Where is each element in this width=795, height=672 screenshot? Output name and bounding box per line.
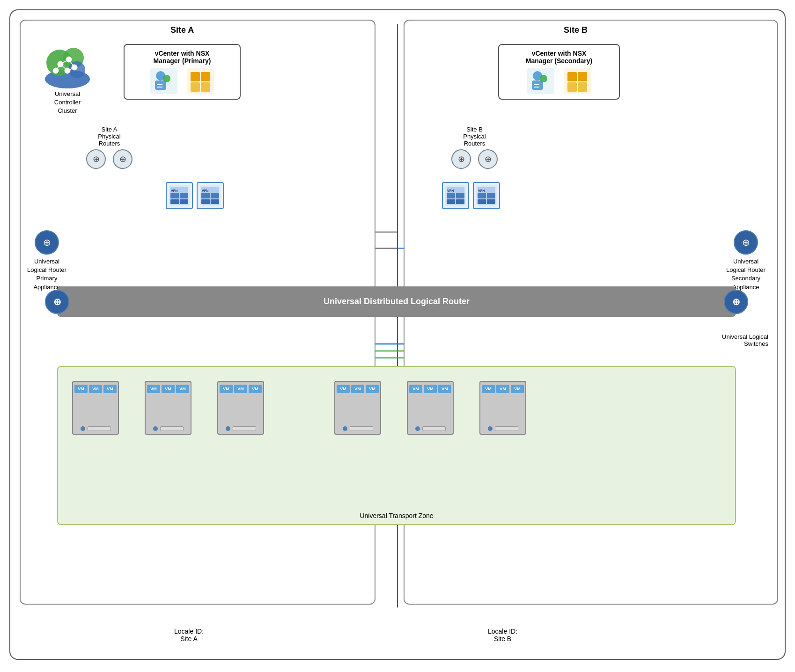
- vm-badge: VM: [511, 385, 524, 393]
- svg-rect-122: [578, 82, 587, 92]
- svg-point-90: [163, 75, 170, 82]
- svg-rect-111: [211, 199, 219, 204]
- svg-rect-101: [170, 193, 179, 198]
- vcenter-primary-title: vCenter with NSXManager (Primary): [129, 50, 235, 65]
- svg-rect-109: [211, 193, 219, 198]
- router-icon-a2: ⊕: [113, 149, 132, 169]
- svg-rect-104: [180, 199, 188, 204]
- host-4a: VM VM VM: [334, 381, 381, 435]
- host-6a: VM VM VM: [479, 381, 526, 435]
- udlr-label: Universal Distributed Logical Router: [324, 297, 470, 307]
- site-a-router-icons: ⊕ ⊕: [86, 149, 132, 169]
- vcenter-secondary-title: vCenter with NSXManager (Secondary): [504, 50, 614, 65]
- svg-rect-96: [191, 82, 200, 92]
- locale-id-b: Locale ID:Site B: [488, 628, 517, 643]
- vm-badge: VM: [249, 385, 262, 393]
- svg-rect-129: [456, 199, 464, 204]
- svg-rect-102: [180, 193, 188, 198]
- nsx-edge-b-appliances: VPN VPN: [442, 182, 500, 209]
- svg-rect-108: [201, 193, 210, 198]
- nsx-manager-icon-b: [564, 68, 591, 94]
- host-groups-row: VM VM VM VM VM VM: [72, 381, 526, 435]
- utz-label: Universal Transport Zone: [58, 512, 735, 519]
- vm-badge: VM: [424, 385, 437, 393]
- vm-badge: VM: [366, 385, 379, 393]
- edge-appliance-b2: VPN: [473, 182, 500, 209]
- site-a-routers-label: Site APhysicalRouters: [86, 126, 132, 147]
- edge-appliance-b1: VPN: [442, 182, 469, 209]
- main-diagram: OSPF, BGP Peering OSPF, BGP Peering E1 E…: [9, 9, 786, 660]
- vm-badge: VM: [147, 385, 160, 393]
- uls-label: Universal LogicalSwitches: [722, 333, 768, 347]
- vm-badge: VM: [438, 385, 451, 393]
- svg-rect-133: [478, 193, 486, 198]
- site-gap: [290, 381, 309, 435]
- locale-b-text: Locale ID:Site B: [488, 628, 517, 643]
- host-group-6: VM VM VM: [479, 381, 526, 435]
- site-a-label: Site A: [170, 25, 194, 35]
- router-icon-b1: ⊕: [451, 149, 471, 169]
- host-5a: VM VM VM: [407, 381, 454, 435]
- svg-rect-136: [487, 199, 495, 204]
- locale-id-a: Locale ID:Site A: [174, 628, 204, 643]
- svg-rect-127: [456, 193, 464, 198]
- locale-a-text: Locale ID:Site A: [174, 628, 204, 643]
- vcenter-primary-box: vCenter with NSXManager (Primary): [124, 44, 241, 100]
- svg-point-115: [540, 75, 547, 82]
- edge-icon-a1: VPN: [169, 185, 190, 206]
- svg-rect-128: [447, 199, 455, 204]
- router-icon-a1: ⊕: [86, 149, 106, 169]
- router-icon-b2: ⊕: [478, 149, 498, 169]
- vcenter-icon-a: [150, 68, 177, 94]
- svg-text:VPN: VPN: [478, 189, 485, 192]
- svg-rect-126: [447, 193, 455, 198]
- host-group-1: VM VM VM: [72, 381, 119, 435]
- nsx-edge-a-appliances: VPN VPN: [166, 182, 224, 209]
- vcenter-secondary-box: vCenter with NSXManager (Secondary): [498, 44, 620, 100]
- uls-label-text: Universal LogicalSwitches: [722, 333, 768, 347]
- ulr-secondary-icon: ⊕: [734, 230, 758, 255]
- host-2a: VM VM VM: [145, 381, 191, 435]
- svg-rect-121: [567, 82, 577, 92]
- universal-controller-cluster: UniversalControllerCluster: [35, 46, 100, 116]
- host-group-3: VM VM VM: [217, 381, 264, 435]
- vm-badge: VM: [337, 385, 350, 393]
- ucc-label: UniversalControllerCluster: [35, 90, 100, 116]
- vm-badge: VM: [220, 385, 233, 393]
- host-group-2: VM VM VM: [145, 381, 191, 435]
- controller-cluster-icon: [42, 46, 93, 88]
- edge-icon-b2: VPN: [476, 185, 497, 206]
- host-1a: VM VM VM: [72, 381, 119, 435]
- edge-icon-b1: VPN: [445, 185, 466, 206]
- site-b-router-icons: ⊕ ⊕: [451, 149, 498, 169]
- svg-rect-103: [170, 199, 179, 204]
- svg-point-76: [68, 61, 85, 78]
- vm-badge: VM: [74, 385, 88, 393]
- nsx-manager-icon-a: [187, 68, 214, 94]
- host-group-5: VM VM VM: [407, 381, 454, 435]
- svg-text:VPN: VPN: [171, 189, 177, 192]
- vm-badge: VM: [409, 385, 422, 393]
- svg-text:VPN: VPN: [447, 189, 454, 192]
- universal-transport-zone: VM VM VM VM VM VM: [57, 366, 736, 525]
- vcenter-secondary-icons: [504, 68, 614, 94]
- site-b-routers-label: Site BPhysicalRouters: [451, 126, 498, 147]
- vm-badge: VM: [176, 385, 189, 393]
- vm-badge: VM: [496, 385, 509, 393]
- svg-rect-94: [191, 72, 200, 81]
- udlr-right-icon: ⊕: [724, 290, 748, 314]
- svg-rect-95: [201, 72, 210, 81]
- udlr-left-icon: ⊕: [45, 290, 69, 314]
- ulr-secondary: ⊕ UniversalLogical RouterSecondaryApplia…: [720, 230, 772, 292]
- site-b-label: Site B: [564, 25, 588, 35]
- vcenter-primary-icons: [129, 68, 235, 94]
- ulr-primary-icon: ⊕: [35, 230, 59, 255]
- svg-rect-135: [478, 199, 486, 204]
- host-3a: VM VM VM: [217, 381, 264, 435]
- vm-badge: VM: [482, 385, 495, 393]
- site-b-physical-routers: Site BPhysicalRouters ⊕ ⊕: [451, 126, 498, 169]
- edge-appliance-a2: VPN: [197, 182, 224, 209]
- ulr-primary: ⊕ UniversalLogical RouterPrimaryApplianc…: [23, 230, 70, 292]
- svg-rect-134: [487, 193, 495, 198]
- vcenter-icon-b: [527, 68, 554, 94]
